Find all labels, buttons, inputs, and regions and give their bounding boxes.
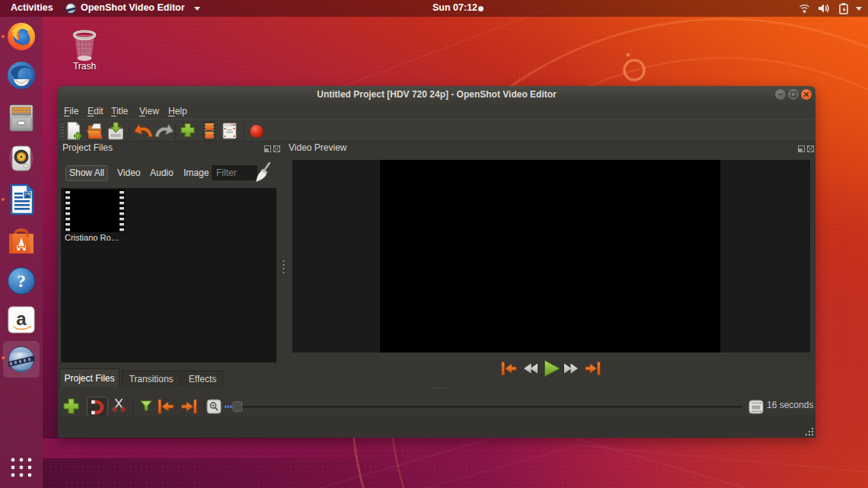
svg-text:a: a — [16, 308, 27, 329]
svg-text:?: ? — [17, 271, 26, 291]
